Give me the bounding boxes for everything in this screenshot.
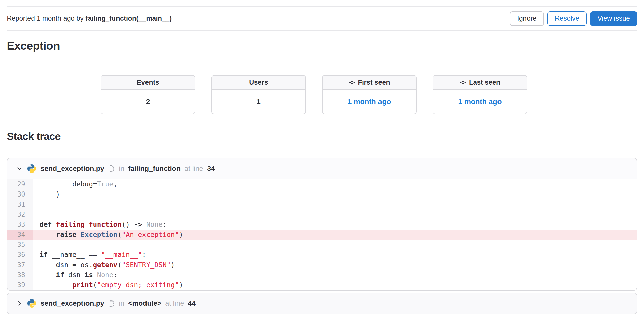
stat-label: Users — [212, 76, 305, 90]
frame-header[interactable]: send_exception.py in <module> at line 44 — [7, 293, 637, 314]
issue-detail-page: Reported 1 month ago by failing_function… — [0, 6, 644, 314]
stat-card-events: Events 2 — [101, 75, 195, 114]
line-number: 33 — [7, 219, 33, 230]
code-line: 29 debug=True, — [7, 179, 637, 189]
frame-line-number: 34 — [207, 165, 215, 173]
stack-trace-heading: Stack trace — [7, 131, 637, 142]
frame-function: failing_function — [128, 165, 181, 173]
resolve-button[interactable]: Resolve — [547, 11, 587, 26]
frame-function: <module> — [128, 299, 161, 307]
in-label: in — [119, 165, 124, 173]
code-line: 36if __name__ == "__main__": — [7, 250, 637, 260]
line-number: 32 — [7, 209, 33, 219]
line-number: 34 — [7, 230, 33, 240]
report-bar: Reported 1 month ago by failing_function… — [7, 6, 637, 31]
code-text: raise Exception("An exception") — [33, 230, 637, 240]
code-text — [33, 240, 637, 250]
report-prefix: Reported 1 month ago by — [7, 15, 85, 22]
reporter-name: failing_function(__main__) — [85, 15, 172, 22]
code-text: debug=True, — [33, 179, 637, 189]
frame-line-number: 44 — [188, 299, 196, 307]
line-number: 29 — [7, 179, 33, 189]
code-line: 30 ) — [7, 189, 637, 199]
frame-header[interactable]: send_exception.py in failing_function at… — [7, 158, 637, 179]
stat-card-last-seen: Last seen 1 month ago — [433, 75, 527, 114]
code-line: 37 dsn = os.getenv("SENTRY_DSN") — [7, 260, 637, 270]
copy-icon[interactable] — [107, 300, 115, 307]
last-seen-link[interactable]: 1 month ago — [458, 98, 502, 106]
python-icon — [27, 164, 37, 174]
python-icon — [27, 298, 37, 308]
at-line-label: at line — [165, 299, 184, 307]
code-line-highlighted: 34 raise Exception("An exception") — [7, 230, 637, 240]
view-issue-button[interactable]: View issue — [590, 11, 637, 26]
code-line: 39 print("empty dsn; exiting") — [7, 280, 637, 290]
code-text: print("empty dsn; exiting") — [33, 280, 637, 290]
line-number: 38 — [7, 270, 33, 280]
code-line: 31 — [7, 199, 637, 209]
stats-row: Events 2 Users 1 First seen — [101, 75, 637, 114]
line-number: 37 — [7, 260, 33, 270]
frame-filename: send_exception.py — [41, 165, 104, 173]
stack-frame-expanded: send_exception.py in failing_function at… — [7, 158, 637, 291]
report-text: Reported 1 month ago by failing_function… — [7, 15, 172, 22]
code-line: 32 — [7, 209, 637, 219]
commit-icon — [460, 81, 466, 85]
line-number: 35 — [7, 240, 33, 250]
code-text: def failing_function() -> None: — [33, 219, 637, 230]
line-number: 39 — [7, 280, 33, 290]
ignore-button[interactable]: Ignore — [510, 11, 544, 26]
events-count: 2 — [146, 97, 150, 106]
line-number: 30 — [7, 189, 33, 199]
code-text: if dsn is None: — [33, 270, 637, 280]
code-text: ) — [33, 189, 637, 199]
stack-frame-collapsed: send_exception.py in <module> at line 44 — [7, 293, 637, 314]
code-text — [33, 209, 637, 219]
commit-icon — [348, 81, 355, 85]
code-text: dsn = os.getenv("SENTRY_DSN") — [33, 260, 637, 270]
action-buttons: Ignore Resolve View issue — [510, 11, 637, 26]
exception-heading: Exception — [7, 39, 637, 52]
line-number: 36 — [7, 250, 33, 260]
first-seen-link[interactable]: 1 month ago — [347, 98, 391, 106]
in-label: in — [119, 299, 124, 307]
line-number: 31 — [7, 199, 33, 209]
code-text — [33, 199, 637, 209]
code-line: 33def failing_function() -> None: — [7, 219, 637, 230]
stat-label: Events — [101, 76, 195, 90]
chevron-down-icon[interactable] — [16, 165, 23, 172]
code-line: 35 — [7, 240, 637, 250]
copy-icon[interactable] — [107, 165, 115, 172]
code-line: 38 if dsn is None: — [7, 270, 637, 280]
code-text: if __name__ == "__main__": — [33, 250, 637, 260]
frame-filename: send_exception.py — [41, 299, 104, 307]
stat-label: Last seen — [433, 76, 527, 90]
chevron-right-icon[interactable] — [16, 300, 23, 307]
code-block: 29 debug=True,30 )313233def failing_func… — [7, 179, 637, 290]
stat-card-users: Users 1 — [211, 75, 306, 114]
stat-card-first-seen: First seen 1 month ago — [322, 75, 417, 114]
stat-label: First seen — [323, 76, 416, 90]
at-line-label: at line — [184, 165, 203, 173]
users-count: 1 — [256, 97, 261, 106]
